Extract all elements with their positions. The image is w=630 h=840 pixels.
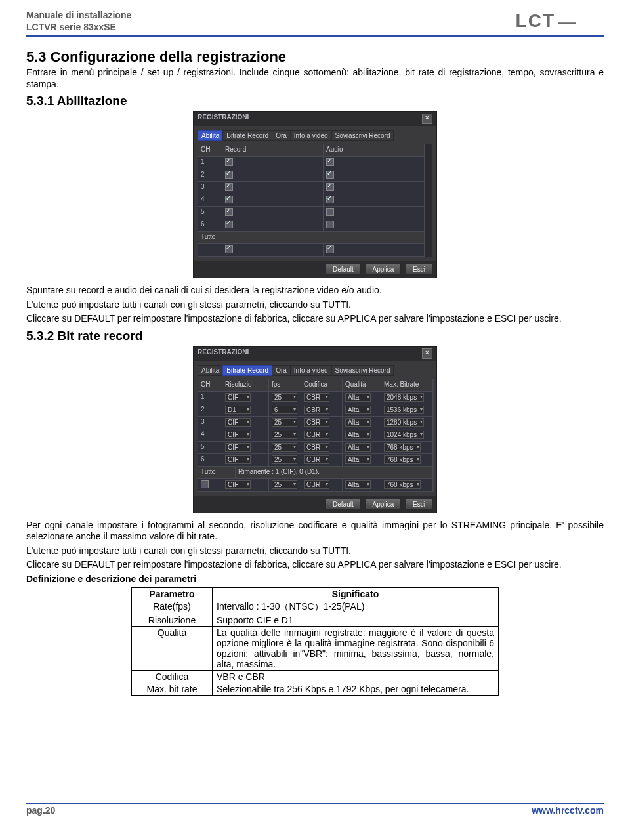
remain-label: Rimanente : 1 (CIF), 0 (D1). xyxy=(236,467,433,479)
col-ch: CH xyxy=(198,379,222,392)
sel-q[interactable]: Alta xyxy=(345,406,371,414)
sel-cod[interactable]: CBR xyxy=(304,430,329,439)
bitrate-dialog: REGISTRAZIONI × AbilitaBitrate RecordOra… xyxy=(193,346,437,513)
checkbox-audio[interactable] xyxy=(326,196,334,203)
sel-cod[interactable]: CBR xyxy=(304,455,329,464)
sel-fps[interactable]: 6 xyxy=(272,406,297,414)
col-audio: Audio xyxy=(324,144,425,157)
sel-fps[interactable]: 25 xyxy=(272,443,297,452)
param-name: Codifica xyxy=(132,671,213,683)
table-row: 4 xyxy=(198,194,425,207)
param-h2: Significato xyxy=(213,588,499,600)
param-h1: Parametro xyxy=(132,588,213,600)
checkbox-audio[interactable] xyxy=(326,208,334,216)
tab-abilita[interactable]: Abilita xyxy=(198,130,223,141)
sel-cod[interactable]: CBR xyxy=(304,418,329,427)
param-table: ParametroSignificato Rate(fps) Intervall… xyxy=(131,587,499,696)
s532-p2: L'utente può impostare tutti i canali co… xyxy=(26,545,604,557)
esci-button[interactable]: Esci xyxy=(406,499,432,510)
sel-all-fps[interactable]: 25 xyxy=(272,480,297,489)
scrollbar[interactable] xyxy=(433,379,434,492)
sel-mb[interactable]: 768 kbps xyxy=(384,455,421,464)
section-5-3: 5.3 Configurazione della registrazione xyxy=(26,49,604,66)
sel-mb[interactable]: 1024 kbps xyxy=(384,430,424,439)
close-icon[interactable]: × xyxy=(422,348,432,359)
s531-p1: Spuntare su record e audio dei canali di… xyxy=(26,285,604,297)
tab-bitrate[interactable]: Bitrate Record xyxy=(222,130,272,141)
sel-all-cod[interactable]: CBR xyxy=(304,480,329,489)
applica-button[interactable]: Applica xyxy=(366,499,402,510)
sel-cod[interactable]: CBR xyxy=(304,443,329,452)
sel-all-mb[interactable]: 768 kbps xyxy=(384,480,421,489)
sel-cod[interactable]: CBR xyxy=(304,406,329,414)
tab-sovrascrivi[interactable]: Sovrascrivi Record xyxy=(331,130,394,141)
sel-res[interactable]: CIF xyxy=(225,430,251,439)
cell-ch: 5 xyxy=(198,207,222,219)
sel-res[interactable]: CIF xyxy=(225,393,251,402)
param-name: Rate(fps) xyxy=(132,600,213,614)
col-fps: fps xyxy=(269,379,301,392)
header-rule xyxy=(26,35,604,37)
page-num: pag.20 xyxy=(26,805,55,816)
checkbox-record[interactable] xyxy=(225,183,233,191)
dialog-title: REGISTRAZIONI xyxy=(198,348,249,359)
table-row: 3 xyxy=(198,182,425,194)
sel-q[interactable]: Alta xyxy=(345,455,371,464)
tab-sovrascrivi[interactable]: Sovrascrivi Record xyxy=(331,365,394,376)
sel-fps[interactable]: 25 xyxy=(272,393,297,402)
default-button[interactable]: Default xyxy=(326,499,361,510)
sel-mb[interactable]: 1280 kbps xyxy=(384,418,424,427)
checkbox-audio[interactable] xyxy=(326,183,334,191)
tab-ora[interactable]: Ora xyxy=(272,130,291,141)
tab-ora[interactable]: Ora xyxy=(272,365,291,376)
checkbox-all[interactable] xyxy=(201,480,209,488)
sel-res[interactable]: CIF xyxy=(225,443,251,452)
tab-bitrate[interactable]: Bitrate Record xyxy=(222,365,272,376)
sel-res[interactable]: CIF xyxy=(225,455,251,464)
sel-cod[interactable]: CBR xyxy=(304,393,329,402)
table-row: 5 xyxy=(198,207,425,219)
checkbox-record[interactable] xyxy=(225,208,233,216)
param-row: Rate(fps) Intervallo : 1-30（NTSC）1-25(PA… xyxy=(132,600,499,614)
checkbox-audio[interactable] xyxy=(326,220,334,228)
applica-button[interactable]: Applica xyxy=(366,264,402,275)
sel-mb[interactable]: 768 kbps xyxy=(384,443,421,452)
sel-res[interactable]: D1 xyxy=(225,406,251,414)
tab-info[interactable]: Info a video xyxy=(290,130,332,141)
checkbox-record[interactable] xyxy=(225,196,233,203)
sel-fps[interactable]: 25 xyxy=(272,418,297,427)
col-ch: CH xyxy=(198,144,222,157)
param-desc: Selezionabile tra 256 Kbps e 1792 Kbps, … xyxy=(213,683,499,696)
cell-ch: 4 xyxy=(198,429,222,442)
cell-ch: 2 xyxy=(198,404,222,417)
checkbox-audio[interactable] xyxy=(326,171,334,178)
section-5-3-intro: Entrare in menù principale / set up / re… xyxy=(26,67,604,90)
sel-q[interactable]: Alta xyxy=(345,418,371,427)
sel-q[interactable]: Alta xyxy=(345,430,371,439)
tab-info[interactable]: Info a video xyxy=(290,365,332,376)
sel-mb[interactable]: 2048 kbps xyxy=(384,393,424,402)
checkbox-record[interactable] xyxy=(225,220,233,228)
checkbox-record[interactable] xyxy=(225,158,233,166)
sel-fps[interactable]: 25 xyxy=(272,455,297,464)
table-row: 1 CIF 25 CBR Alta 2048 kbps xyxy=(198,392,433,404)
checkbox-all-record[interactable] xyxy=(225,245,233,253)
sel-mb[interactable]: 1536 kbps xyxy=(384,406,424,414)
checkbox-audio[interactable] xyxy=(326,158,334,166)
close-icon[interactable]: × xyxy=(422,114,432,124)
default-button[interactable]: Default xyxy=(326,264,361,275)
checkbox-record[interactable] xyxy=(225,171,233,178)
tab-abilita[interactable]: Abilita xyxy=(198,365,223,376)
esci-button[interactable]: Esci xyxy=(406,264,432,275)
sel-fps[interactable]: 25 xyxy=(272,430,297,439)
sel-q[interactable]: Alta xyxy=(345,443,371,452)
checkbox-all-audio[interactable] xyxy=(326,245,334,253)
scrollbar[interactable] xyxy=(425,144,432,257)
section-5-3-2: 5.3.2 Bit rate record xyxy=(26,329,604,343)
sel-all-res[interactable]: CIF xyxy=(225,480,251,489)
sel-res[interactable]: CIF xyxy=(225,418,251,427)
abilitazione-dialog: REGISTRAZIONI × AbilitaBitrate RecordOra… xyxy=(193,111,437,278)
param-desc: Supporto CIF e D1 xyxy=(213,614,499,627)
sel-all-q[interactable]: Alta xyxy=(345,480,371,489)
sel-q[interactable]: Alta xyxy=(345,393,371,402)
